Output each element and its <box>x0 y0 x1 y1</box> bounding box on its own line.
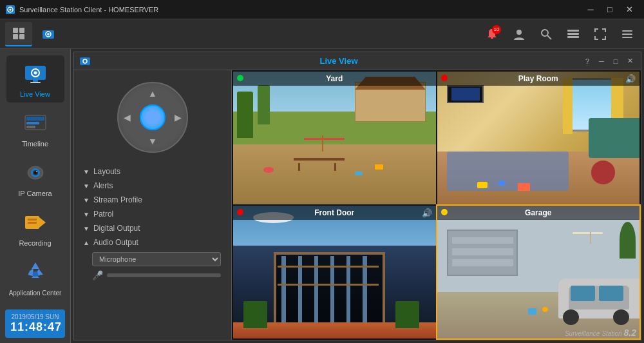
svg-rect-37 <box>28 222 37 224</box>
camera-cell-playroom[interactable]: Play Room 🔊 <box>437 72 640 204</box>
svg-point-33 <box>36 171 37 172</box>
ptz-down-arrow[interactable]: ▼ <box>148 136 157 146</box>
yard-scene <box>233 72 436 204</box>
svg-line-13 <box>547 35 551 39</box>
playroom-status-dot <box>441 75 448 81</box>
live-view-header: Live View ? ─ □ ✕ <box>74 52 641 70</box>
main-area: Live View Timeline <box>0 49 644 343</box>
sidebar-item-live-view[interactable]: Live View <box>6 55 64 103</box>
svg-rect-27 <box>26 122 39 124</box>
sidebar-timeline-label: Timeline <box>22 140 48 148</box>
app-icon <box>5 5 15 15</box>
svg-rect-24 <box>30 82 41 83</box>
alerts-label: Alerts <box>93 181 113 190</box>
svg-rect-26 <box>26 117 44 121</box>
content-area: Live View ? ─ □ ✕ ▲ ▼ ◀ <box>71 49 644 343</box>
svg-rect-15 <box>567 33 579 35</box>
search-icon <box>539 27 553 41</box>
svg-rect-10 <box>491 37 493 39</box>
audio-output-content: Microphone 🎤 <box>79 250 226 284</box>
sidebar-appcenter-label: Application Center <box>9 289 62 297</box>
sidebar-item-ip-camera[interactable]: IP Camera <box>6 155 64 202</box>
time-display: 11:48:47 <box>10 320 60 334</box>
svg-rect-16 <box>567 36 579 38</box>
patrol-menu[interactable]: ▼ Patrol <box>79 207 226 221</box>
minimize-button[interactable]: ─ <box>581 0 600 19</box>
lv-minimize-button[interactable]: ─ <box>596 55 607 67</box>
camera-grid: Yard <box>232 70 641 340</box>
list-icon <box>566 27 580 41</box>
ptz-right-arrow[interactable]: ▶ <box>175 112 182 122</box>
patrol-label: Patrol <box>93 210 113 219</box>
camera-cell-frontdoor[interactable]: Front Door 🔊 <box>233 206 436 338</box>
datetime-box: 2019/05/19 SUN 11:48:47 <box>5 309 65 338</box>
lv-maximize-button[interactable]: □ <box>610 55 621 67</box>
list-view-button[interactable] <box>562 23 585 46</box>
controls-panel: ▲ ▼ ◀ ▶ ▼ Layouts ▼ Alerts <box>74 70 232 340</box>
ptz-left-arrow[interactable]: ◀ <box>124 112 131 122</box>
sidebar-item-timeline[interactable]: Timeline <box>6 105 64 152</box>
camera-cell-garage[interactable]: Garage <box>437 206 640 338</box>
toolbar: 10 <box>0 19 644 49</box>
layouts-menu[interactable]: ▼ Layouts <box>79 164 226 179</box>
svg-point-2 <box>10 8 12 10</box>
garage-status-dot <box>441 209 448 215</box>
maximize-button[interactable]: □ <box>600 0 620 19</box>
sidebar-ipcamera-label: IP Camera <box>18 190 52 197</box>
svg-point-11 <box>516 30 522 35</box>
svg-point-22 <box>33 71 37 74</box>
svg-rect-3 <box>13 28 18 33</box>
sidebar-item-recording[interactable]: Recording <box>6 205 64 252</box>
window-title: Surveillance Station Client - HOMESERVER <box>19 6 581 14</box>
alerts-menu[interactable]: ▼ Alerts <box>79 179 226 193</box>
microphone-select[interactable]: Microphone <box>92 252 221 266</box>
ptz-center <box>140 104 166 130</box>
ptz-container: ▲ ▼ ◀ ▶ <box>79 75 226 159</box>
lv-help-button[interactable]: ? <box>582 55 593 67</box>
sidebar-recording-label: Recording <box>19 239 51 247</box>
toolbar-right: 10 <box>480 23 639 46</box>
lv-panel-icon <box>79 55 91 67</box>
svg-rect-28 <box>26 126 35 128</box>
playroom-scene <box>437 72 640 204</box>
audio-output-menu[interactable]: ▲ Audio Output <box>79 235 226 250</box>
digital-output-menu[interactable]: ▼ Digital Output <box>79 221 226 235</box>
ptz-up-arrow[interactable]: ▲ <box>148 88 157 99</box>
ptz-joystick[interactable]: ▲ ▼ ◀ ▶ <box>117 82 188 153</box>
audio-output-label: Audio Output <box>93 238 138 247</box>
playroom-audio-icon: 🔊 <box>625 74 636 84</box>
notification-badge: 10 <box>492 25 501 34</box>
search-button[interactable] <box>535 23 558 46</box>
svg-point-42 <box>33 271 38 277</box>
yard-label: Yard <box>233 72 436 86</box>
ip-camera-icon <box>23 160 48 186</box>
volume-bar[interactable] <box>107 273 221 277</box>
user-icon <box>512 27 526 41</box>
window-controls: ─ □ ✕ <box>581 0 639 19</box>
close-button[interactable]: ✕ <box>620 0 639 19</box>
mic-icon: 🎤 <box>92 270 103 280</box>
sidebar-bottom: 2019/05/19 SUN 11:48:47 <box>0 304 70 343</box>
live-view-body: ▲ ▼ ◀ ▶ ▼ Layouts ▼ Alerts <box>74 70 641 340</box>
menu-button[interactable] <box>616 23 639 46</box>
toolbar-grid-button[interactable] <box>5 22 32 46</box>
lv-close-button[interactable]: ✕ <box>624 55 636 67</box>
sidebar: Live View Timeline <box>0 49 71 343</box>
camera-cell-yard[interactable]: Yard <box>233 72 436 204</box>
sidebar-item-app-center[interactable]: Application Center <box>6 255 64 302</box>
stream-chevron: ▼ <box>83 197 90 204</box>
alerts-chevron: ▼ <box>83 182 90 190</box>
svg-rect-36 <box>28 219 37 220</box>
layouts-chevron: ▼ <box>83 168 90 175</box>
notifications-button[interactable]: 10 <box>480 23 504 46</box>
audio-chevron: ▲ <box>83 239 90 246</box>
stream-profile-menu[interactable]: ▼ Stream Profile <box>79 193 226 207</box>
camera-tab-icon <box>41 27 55 41</box>
frontdoor-audio-icon: 🔊 <box>422 208 432 218</box>
fullscreen-button[interactable] <box>589 23 612 46</box>
patrol-chevron: ▼ <box>83 211 90 218</box>
svg-rect-5 <box>13 34 18 39</box>
toolbar-camera-button[interactable] <box>35 22 62 46</box>
user-button[interactable] <box>507 23 531 46</box>
digital-chevron: ▼ <box>83 225 90 232</box>
